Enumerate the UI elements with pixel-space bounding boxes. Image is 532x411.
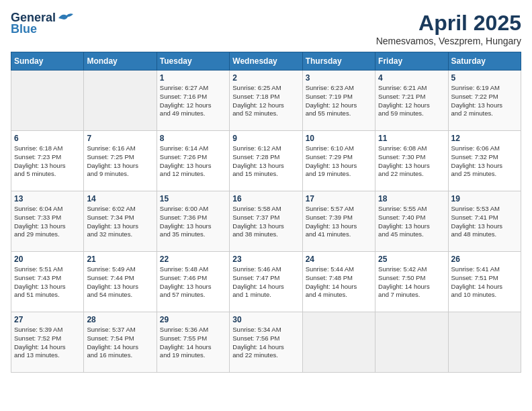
table-row [302,312,375,373]
day-number: 11 [378,134,445,143]
day-number: 9 [232,134,299,143]
table-row [11,71,84,131]
day-info: Sunrise: 5:49 AM Sunset: 7:44 PM Dayligh… [87,265,153,300]
day-info: Sunrise: 5:37 AM Sunset: 7:54 PM Dayligh… [87,326,153,360]
day-info: Sunrise: 6:27 AM Sunset: 7:16 PM Dayligh… [160,84,226,118]
table-row: 30Sunrise: 5:34 AM Sunset: 7:56 PM Dayli… [230,312,302,373]
table-row: 3Sunrise: 6:23 AM Sunset: 7:19 PM Daylig… [302,71,375,131]
day-info: Sunrise: 6:21 AM Sunset: 7:21 PM Dayligh… [378,84,445,118]
day-header: Friday [375,52,448,71]
table-row: 10Sunrise: 6:10 AM Sunset: 7:29 PM Dayli… [302,131,375,191]
week-row: 6Sunrise: 6:18 AM Sunset: 7:23 PM Daylig… [11,131,521,191]
location: Nemesvamos, Veszprem, Hungary [376,36,521,46]
table-row: 9Sunrise: 6:12 AM Sunset: 7:28 PM Daylig… [230,131,302,191]
table-row [375,312,448,373]
day-number: 21 [87,255,153,264]
table-row [448,312,521,373]
day-info: Sunrise: 5:39 AM Sunset: 7:52 PM Dayligh… [14,326,81,360]
day-number: 19 [451,194,518,203]
day-number: 16 [232,194,299,203]
day-info: Sunrise: 6:08 AM Sunset: 7:30 PM Dayligh… [378,144,445,179]
day-header: Thursday [302,52,375,71]
day-number: 10 [306,134,372,143]
title-block: April 2025 Nemesvamos, Veszprem, Hungary [376,11,521,46]
day-info: Sunrise: 6:02 AM Sunset: 7:34 PM Dayligh… [87,205,153,239]
week-row: 13Sunrise: 6:04 AM Sunset: 7:33 PM Dayli… [11,191,521,252]
day-info: Sunrise: 5:48 AM Sunset: 7:46 PM Dayligh… [160,265,226,300]
table-row [84,71,157,131]
day-number: 28 [87,315,153,324]
table-row: 29Sunrise: 5:36 AM Sunset: 7:55 PM Dayli… [157,312,229,373]
day-info: Sunrise: 5:42 AM Sunset: 7:50 PM Dayligh… [378,265,445,300]
table-row: 2Sunrise: 6:25 AM Sunset: 7:18 PM Daylig… [230,71,302,131]
table-row: 4Sunrise: 6:21 AM Sunset: 7:21 PM Daylig… [375,71,448,131]
day-info: Sunrise: 6:23 AM Sunset: 7:19 PM Dayligh… [306,84,372,118]
day-info: Sunrise: 6:16 AM Sunset: 7:25 PM Dayligh… [87,144,153,179]
table-row: 17Sunrise: 5:57 AM Sunset: 7:39 PM Dayli… [302,191,375,252]
day-info: Sunrise: 6:14 AM Sunset: 7:26 PM Dayligh… [160,144,226,179]
month-title: April 2025 [376,11,521,36]
day-number: 1 [160,73,226,83]
day-info: Sunrise: 5:34 AM Sunset: 7:56 PM Dayligh… [232,326,299,360]
day-number: 12 [451,134,518,143]
table-row: 15Sunrise: 6:00 AM Sunset: 7:36 PM Dayli… [157,191,229,252]
day-number: 29 [160,315,226,324]
day-number: 4 [378,73,445,83]
day-info: Sunrise: 5:55 AM Sunset: 7:40 PM Dayligh… [378,205,445,239]
day-info: Sunrise: 5:46 AM Sunset: 7:47 PM Dayligh… [232,265,299,300]
day-header: Wednesday [230,52,302,71]
logo-blue-text: Blue [11,22,37,36]
day-number: 18 [378,194,445,203]
day-number: 27 [14,315,81,324]
day-number: 26 [451,255,518,264]
table-row: 12Sunrise: 6:06 AM Sunset: 7:32 PM Dayli… [448,131,521,191]
day-header: Saturday [448,52,521,71]
day-info: Sunrise: 5:53 AM Sunset: 7:41 PM Dayligh… [451,205,518,239]
day-number: 30 [232,315,299,324]
day-number: 6 [14,134,81,143]
header-row: SundayMondayTuesdayWednesdayThursdayFrid… [11,52,521,71]
table-row: 7Sunrise: 6:16 AM Sunset: 7:25 PM Daylig… [84,131,157,191]
day-number: 20 [14,255,81,264]
table-row: 27Sunrise: 5:39 AM Sunset: 7:52 PM Dayli… [11,312,84,373]
logo: General Blue [11,11,75,36]
table-row: 16Sunrise: 5:58 AM Sunset: 7:37 PM Dayli… [230,191,302,252]
logo-bird-icon [57,11,75,25]
day-info: Sunrise: 5:51 AM Sunset: 7:43 PM Dayligh… [14,265,81,300]
week-row: 1Sunrise: 6:27 AM Sunset: 7:16 PM Daylig… [11,71,521,131]
page-header: General Blue April 2025 Nemesvamos, Vesz… [11,11,521,46]
table-row: 11Sunrise: 6:08 AM Sunset: 7:30 PM Dayli… [375,131,448,191]
day-number: 13 [14,194,81,203]
day-number: 17 [306,194,372,203]
table-row: 24Sunrise: 5:44 AM Sunset: 7:48 PM Dayli… [302,252,375,312]
day-info: Sunrise: 6:00 AM Sunset: 7:36 PM Dayligh… [160,205,226,239]
day-number: 25 [378,255,445,264]
day-info: Sunrise: 6:19 AM Sunset: 7:22 PM Dayligh… [451,84,518,118]
day-number: 3 [306,73,372,83]
day-number: 2 [232,73,299,83]
day-info: Sunrise: 6:04 AM Sunset: 7:33 PM Dayligh… [14,205,81,239]
day-number: 8 [160,134,226,143]
day-info: Sunrise: 6:18 AM Sunset: 7:23 PM Dayligh… [14,144,81,179]
day-info: Sunrise: 5:36 AM Sunset: 7:55 PM Dayligh… [160,326,226,360]
week-row: 20Sunrise: 5:51 AM Sunset: 7:43 PM Dayli… [11,252,521,312]
table-row: 8Sunrise: 6:14 AM Sunset: 7:26 PM Daylig… [157,131,229,191]
table-row: 23Sunrise: 5:46 AM Sunset: 7:47 PM Dayli… [230,252,302,312]
day-number: 7 [87,134,153,143]
table-row: 21Sunrise: 5:49 AM Sunset: 7:44 PM Dayli… [84,252,157,312]
day-header: Tuesday [157,52,229,71]
table-row: 19Sunrise: 5:53 AM Sunset: 7:41 PM Dayli… [448,191,521,252]
day-number: 23 [232,255,299,264]
table-row: 22Sunrise: 5:48 AM Sunset: 7:46 PM Dayli… [157,252,229,312]
day-number: 5 [451,73,518,83]
week-row: 27Sunrise: 5:39 AM Sunset: 7:52 PM Dayli… [11,312,521,373]
day-info: Sunrise: 6:25 AM Sunset: 7:18 PM Dayligh… [232,84,299,118]
day-info: Sunrise: 5:44 AM Sunset: 7:48 PM Dayligh… [306,265,372,300]
day-header: Sunday [11,52,84,71]
day-number: 22 [160,255,226,264]
day-number: 14 [87,194,153,203]
table-row: 1Sunrise: 6:27 AM Sunset: 7:16 PM Daylig… [157,71,229,131]
day-info: Sunrise: 5:41 AM Sunset: 7:51 PM Dayligh… [451,265,518,300]
day-number: 24 [306,255,372,264]
day-header: Monday [84,52,157,71]
